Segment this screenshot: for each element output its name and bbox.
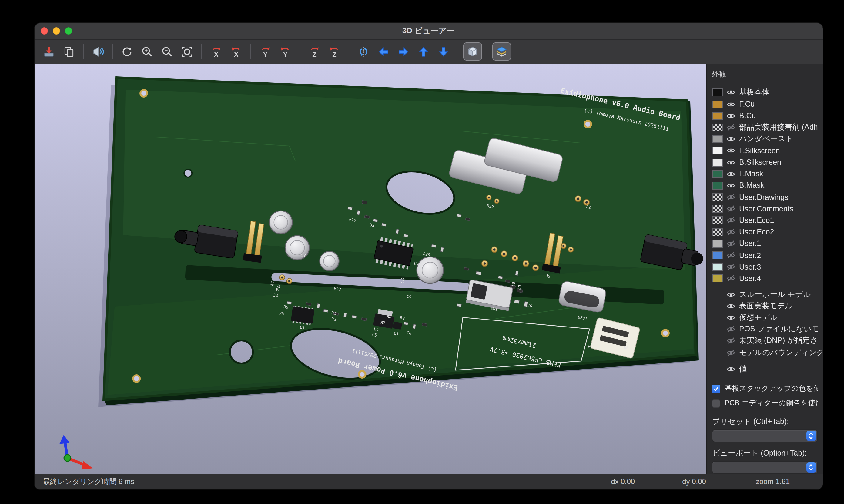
zoom-out-button[interactable] [157, 42, 176, 60]
refresh-view-button[interactable] [117, 42, 136, 60]
appearance-row[interactable]: B.Silkscreen [707, 157, 823, 168]
appearance-row[interactable]: モデルのバウンディング [707, 347, 823, 358]
visibility-off-eye-icon[interactable] [726, 228, 736, 237]
visibility-on-eye-icon[interactable] [726, 181, 736, 190]
appearance-row[interactable]: F.Cu [707, 98, 823, 110]
visibility-off-eye-icon[interactable] [726, 123, 736, 132]
visibility-off-eye-icon[interactable] [726, 262, 736, 271]
appearance-row[interactable]: 値 [707, 363, 823, 375]
zoom-button[interactable] [65, 27, 72, 35]
appearance-row[interactable]: User.Eco2 [707, 226, 823, 238]
layer-color-swatch[interactable] [712, 112, 723, 120]
visibility-off-eye-icon[interactable] [726, 193, 736, 202]
3d-viewport[interactable]: Exidiophone v6.0 Audio Board (c) Tomoya … [34, 64, 706, 473]
viewport-dropdown[interactable] [712, 461, 817, 473]
layer-color-swatch[interactable] [712, 158, 723, 166]
layer-color-swatch[interactable] [712, 170, 723, 178]
layer-color-swatch[interactable] [712, 275, 723, 283]
appearance-row[interactable]: User.1 [707, 238, 823, 250]
visibility-on-eye-icon[interactable] [726, 100, 736, 109]
appearance-row[interactable]: B.Cu [707, 110, 823, 122]
rotate-y-clockwise-button[interactable]: Y [256, 42, 274, 60]
silkscreen-ref: C5 [372, 332, 377, 337]
move-down-button[interactable] [434, 42, 453, 60]
appearance-row[interactable]: User.4 [707, 273, 823, 284]
appearance-row[interactable]: 部品実装用接着剤 (Adh [707, 122, 823, 133]
layer-color-swatch[interactable] [712, 263, 723, 271]
appearance-row[interactable]: User.Comments [707, 203, 823, 214]
preset-dropdown[interactable] [712, 429, 817, 442]
flip-board-button[interactable] [354, 42, 373, 60]
layer-color-swatch[interactable] [712, 135, 723, 143]
layer-color-swatch[interactable] [712, 251, 723, 259]
visibility-on-eye-icon[interactable] [726, 134, 736, 144]
checkbox-unchecked[interactable] [712, 399, 720, 408]
layer-color-swatch[interactable] [712, 228, 723, 236]
appearance-row[interactable]: B.Mask [707, 180, 823, 192]
appearance-row[interactable]: 未実装 (DNP) が指定さ [707, 335, 823, 347]
visibility-on-eye-icon[interactable] [726, 169, 736, 178]
appearance-row[interactable]: F.Mask [707, 168, 823, 180]
visibility-off-eye-icon[interactable] [726, 348, 736, 357]
zoom-in-button[interactable] [137, 42, 156, 60]
layer-color-swatch[interactable] [712, 193, 723, 201]
visibility-off-eye-icon[interactable] [726, 251, 736, 260]
appearance-row[interactable]: POS ファイルにないモ [707, 323, 823, 335]
appearance-row[interactable]: User.2 [707, 250, 823, 261]
layer-color-swatch[interactable] [712, 240, 723, 248]
zoom-to-fit-button[interactable] [177, 42, 196, 60]
layer-color-swatch[interactable] [712, 89, 723, 96]
visibility-on-eye-icon[interactable] [726, 88, 736, 97]
layer-color-swatch[interactable] [712, 147, 723, 155]
visibility-off-eye-icon[interactable] [726, 216, 736, 225]
appearance-row[interactable]: スルーホール モデル [707, 289, 823, 300]
rotate-y-counterclockwise-button[interactable]: Y [276, 42, 294, 60]
appearance-row[interactable]: 仮想モデル [707, 312, 823, 323]
visibility-on-eye-icon[interactable] [726, 111, 736, 121]
rotate-x-clockwise-button[interactable]: X [206, 42, 225, 60]
layer-color-swatch[interactable] [712, 205, 723, 213]
layer-color-swatch[interactable] [712, 124, 723, 131]
orthographic-projection-button[interactable] [463, 42, 482, 60]
layer-color-swatch[interactable] [712, 100, 723, 108]
appearance-row[interactable]: F.Silkscreen [707, 145, 823, 157]
appearance-row[interactable]: User.Eco1 [707, 215, 823, 226]
appearance-row[interactable]: ハンダペースト [707, 133, 823, 145]
toolbar-separator [201, 44, 202, 59]
checkbox-checked[interactable] [712, 385, 720, 393]
appearance-row[interactable]: 表面実装モデル [707, 300, 823, 312]
rotate-x-counterclockwise-button[interactable]: X [226, 42, 245, 60]
visibility-off-eye-icon[interactable] [726, 337, 736, 346]
move-right-button[interactable] [394, 42, 413, 60]
panel-title: 外観 [707, 66, 823, 80]
3d-viewport-canvas[interactable]: Exidiophone v6.0 Audio Board (c) Tomoya … [34, 64, 706, 473]
toggle-appearance-panel-button[interactable] [492, 42, 511, 60]
appearance-row[interactable]: User.3 [707, 261, 823, 273]
visibility-on-eye-icon[interactable] [726, 302, 736, 311]
move-left-button[interactable] [374, 42, 393, 60]
export-image-button[interactable] [39, 42, 58, 60]
visibility-on-eye-icon[interactable] [726, 313, 736, 322]
visibility-off-eye-icon[interactable] [726, 239, 736, 248]
rotate-z-clockwise-button[interactable]: Z [305, 42, 324, 60]
visibility-on-eye-icon[interactable] [726, 290, 736, 299]
visibility-off-eye-icon[interactable] [726, 325, 736, 334]
raytracing-render-button[interactable] [88, 42, 107, 60]
visibility-off-eye-icon[interactable] [726, 204, 736, 214]
appearance-row[interactable]: 基板本体 [707, 87, 823, 98]
visibility-on-eye-icon[interactable] [726, 146, 736, 156]
move-up-button[interactable] [414, 42, 433, 60]
row-label: ハンダペースト [739, 134, 821, 144]
appearance-row[interactable]: User.Drawings [707, 192, 823, 203]
layer-color-swatch[interactable] [712, 182, 723, 190]
copy-image-button[interactable] [59, 42, 78, 60]
visibility-on-eye-icon[interactable] [726, 364, 736, 374]
visibility-on-eye-icon[interactable] [726, 158, 736, 167]
minimize-button[interactable] [52, 27, 60, 35]
close-button[interactable] [40, 27, 48, 35]
rotate-z-counterclockwise-button[interactable]: Z [325, 42, 344, 60]
title-bar[interactable]: 3D ビューアー [34, 23, 823, 40]
visibility-off-eye-icon[interactable] [726, 274, 736, 283]
layer-color-swatch[interactable] [712, 217, 723, 224]
silkscreen-ref: U4 [373, 326, 379, 332]
